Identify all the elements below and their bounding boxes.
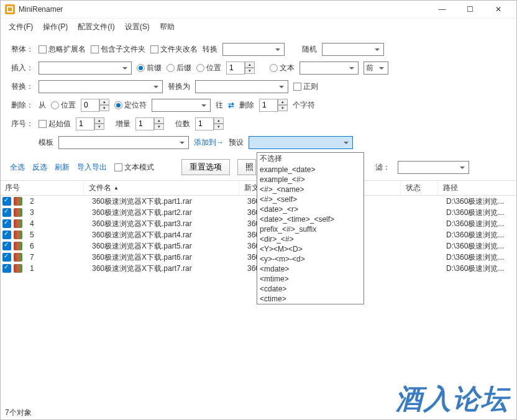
dropdown-item[interactable]: 不选择 [257, 153, 364, 165]
row-checkbox[interactable] [2, 242, 11, 250]
cell-path: D:\360极速浏览... [441, 208, 517, 218]
dropdown-item[interactable]: <#>_<self> [257, 194, 364, 204]
col-status-header[interactable]: 状态 [401, 181, 438, 195]
dropdown-item[interactable]: example_<date> [257, 165, 364, 175]
preset-dropdown[interactable]: 不选择example_<date>example_<#><#>_<name><#… [257, 152, 364, 304]
replace-label: 替换： [10, 81, 34, 92]
dropdown-item[interactable]: <date>_<r> [257, 204, 364, 214]
cell-name: 360极速浏览器X下载.part6.rar [87, 252, 242, 263]
arrow-right-icon[interactable]: ⇄ [228, 101, 234, 109]
replace-to-label: 替换为 [168, 81, 190, 92]
digits-spinner[interactable]: ▴▾ [195, 117, 224, 130]
app-title: MiniRenamer [19, 5, 428, 14]
dropdown-item[interactable]: <cdate> [257, 284, 364, 294]
titlebar: MiniRenamer — ☐ ✕ [0, 0, 517, 19]
suffix-radio[interactable]: 后缀 [167, 63, 191, 73]
row-checkbox[interactable] [2, 253, 11, 262]
row-checkbox[interactable] [2, 208, 11, 217]
cell-path: D:\360极速浏览... [441, 230, 517, 240]
close-button[interactable]: ✕ [484, 0, 512, 19]
from-label: 从 [39, 100, 46, 111]
chars-label: 个字符 [293, 100, 315, 111]
start-value-checkbox[interactable]: 起始值 [39, 119, 71, 129]
convert-combo[interactable] [222, 43, 285, 56]
col-path-header[interactable]: 路径 [438, 181, 517, 195]
include-sub-checkbox[interactable]: 包含子文件夹 [91, 44, 145, 55]
convert-label: 转换 [203, 44, 217, 55]
dropdown-item[interactable]: <#>_<name> [257, 185, 364, 194]
dropdown-item[interactable]: <ctime> [257, 294, 364, 304]
text-mode-checkbox[interactable]: 文本模式 [114, 162, 154, 173]
del-label: 删除 [239, 100, 254, 111]
menu-help[interactable]: 帮助 [156, 21, 178, 34]
file-icon [14, 253, 22, 262]
menu-settings[interactable]: 设置(S) [121, 21, 153, 34]
refresh-link[interactable]: 刷新 [55, 162, 70, 173]
sequence-label: 序号： [10, 119, 34, 129]
add-to-link[interactable]: 添加到→ [194, 137, 224, 148]
cell-name: 360极速浏览器X下载.part7.rar [87, 263, 242, 274]
filter-combo[interactable] [398, 161, 469, 174]
reset-button[interactable]: 重置选项 [181, 159, 230, 175]
position-spinner[interactable]: ▴▾ [226, 62, 255, 75]
file-icon [14, 208, 22, 217]
replace-to-combo[interactable] [195, 80, 288, 93]
template-combo[interactable] [58, 136, 189, 149]
position-radio[interactable]: 位置 [196, 63, 221, 73]
cell-name: 360极速浏览器X下载.part3.rar [87, 219, 242, 229]
template-label: 模板 [39, 137, 53, 148]
photo-button[interactable]: 照 [237, 159, 256, 175]
dropdown-item[interactable]: prefix_<#>_suffix [257, 224, 364, 234]
replace-from-combo[interactable] [39, 80, 163, 93]
dropdown-item[interactable]: <mtime> [257, 274, 364, 284]
text-radio[interactable]: 文本 [270, 63, 295, 73]
pos-from-spinner[interactable]: ▴▾ [81, 99, 109, 112]
dropdown-item[interactable]: <dir>_<#> [257, 234, 364, 244]
cell-num: 3 [25, 208, 87, 217]
cell-name: 360极速浏览器X下载.part2.rar [87, 208, 242, 218]
file-icon [14, 231, 22, 239]
pos-from-radio[interactable]: 位置 [51, 100, 76, 111]
file-icon [14, 197, 22, 206]
cell-name: 360极速浏览器X下载.part4.rar [87, 230, 242, 240]
maximize-button[interactable]: ☐ [456, 0, 484, 19]
invert-link[interactable]: 反选 [32, 162, 47, 173]
front-combo[interactable]: 前 [364, 62, 388, 75]
dropdown-item[interactable]: <mdate> [257, 264, 364, 274]
menu-file[interactable]: 文件(F) [5, 21, 37, 34]
filter-label: 滤： [375, 162, 390, 173]
cell-path: D:\360极速浏览... [441, 252, 517, 263]
locator-radio[interactable]: 定位符 [114, 100, 147, 111]
ignore-ext-checkbox[interactable]: 忽略扩展名 [39, 44, 86, 55]
import-export-link[interactable]: 导入导出 [77, 162, 107, 173]
regex-checkbox[interactable]: 正则 [293, 81, 318, 92]
prefix-radio[interactable]: 前缀 [137, 63, 162, 73]
app-icon [5, 4, 15, 14]
dropdown-item[interactable]: <Y><M><D> [257, 244, 364, 254]
row-checkbox[interactable] [2, 219, 11, 228]
rename-folder-checkbox[interactable]: 文件夹改名 [150, 44, 198, 55]
dropdown-item[interactable]: example_<#> [257, 175, 364, 185]
col-num-header[interactable]: 序号 [0, 181, 84, 195]
preset-combo[interactable] [249, 136, 353, 149]
delete-label: 删除： [10, 100, 34, 111]
menu-config[interactable]: 配置文件(I) [74, 21, 118, 34]
increment-spinner[interactable]: ▴▾ [135, 117, 164, 130]
locator-combo[interactable] [152, 99, 211, 112]
menu-operate[interactable]: 操作(P) [39, 21, 71, 34]
row-checkbox[interactable] [2, 264, 11, 273]
row-checkbox[interactable] [2, 197, 11, 206]
dropdown-item[interactable]: <y>-<m>-<d> [257, 254, 364, 264]
cell-num: 6 [25, 242, 87, 250]
dropdown-item[interactable]: <date>_<time>_<self> [257, 214, 364, 224]
start-value-spinner[interactable]: ▴▾ [76, 117, 104, 130]
insert-combo[interactable] [39, 62, 132, 75]
col-name-header[interactable]: 文件名 [84, 181, 239, 195]
text-combo[interactable] [300, 62, 359, 75]
cell-num: 4 [25, 219, 87, 228]
random-combo[interactable] [322, 43, 384, 56]
select-all-link[interactable]: 全选 [10, 162, 25, 173]
row-checkbox[interactable] [2, 231, 11, 239]
minimize-button[interactable]: — [428, 0, 456, 19]
del-count-spinner[interactable]: ▴▾ [259, 99, 288, 112]
